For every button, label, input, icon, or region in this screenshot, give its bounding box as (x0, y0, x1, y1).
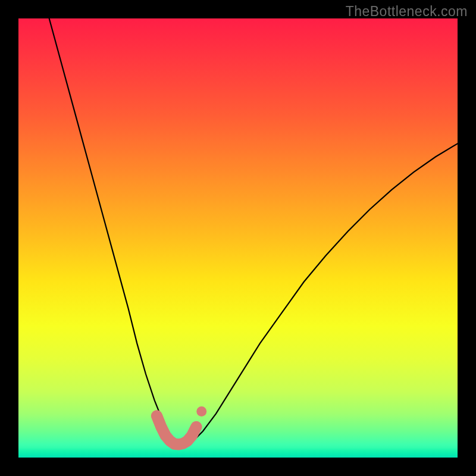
chart-svg (18, 18, 458, 458)
trough-marker (156, 416, 196, 444)
watermark-text: TheBottleneck.com (346, 4, 468, 20)
detached-marker-dot (196, 406, 206, 416)
bottleneck-curve (49, 18, 458, 444)
chart-frame: TheBottleneck.com (0, 0, 476, 476)
